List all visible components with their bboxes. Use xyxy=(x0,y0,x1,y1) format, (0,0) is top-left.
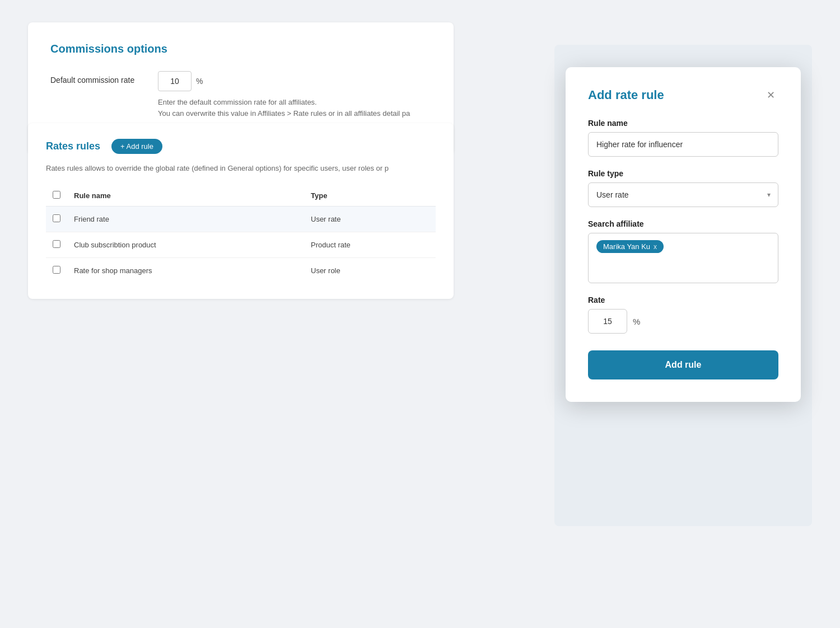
commission-rate-input[interactable] xyxy=(158,71,192,91)
rates-rules-title: Rates rules xyxy=(46,140,100,152)
col-type: Type xyxy=(304,185,436,207)
rule-name-group: Rule name xyxy=(588,119,778,157)
rule-name-cell: Rate for shop managers xyxy=(67,257,304,283)
rate-input[interactable] xyxy=(588,309,627,334)
add-rule-button[interactable]: + Add rule xyxy=(111,139,162,154)
rule-name-cell: Club subscribtion product xyxy=(67,232,304,257)
rule-type-group: Rule type User rate Product rate User ro… xyxy=(588,169,778,207)
rule-name-cell: Friend rate xyxy=(67,206,304,232)
rule-name-input[interactable] xyxy=(588,132,778,157)
search-affiliate-group: Search affiliate Marika Yan Ku x xyxy=(588,219,778,283)
commission-hint: Enter the default commission rate for al… xyxy=(158,97,410,119)
affiliate-tag[interactable]: Marika Yan Ku x xyxy=(596,240,664,253)
affiliate-tag-name: Marika Yan Ku xyxy=(603,242,650,251)
rule-type-cell: Product rate xyxy=(304,232,436,257)
modal-title: Add rate rule xyxy=(588,88,664,102)
select-all-checkbox[interactable] xyxy=(53,191,60,199)
table-row: Club subscribtion product Product rate xyxy=(46,232,436,257)
table-row: Friend rate User rate xyxy=(46,206,436,232)
rates-description: Rates rules allows to override the globa… xyxy=(46,163,436,174)
table-row: Rate for shop managers User role xyxy=(46,257,436,283)
affiliate-search-box[interactable]: Marika Yan Ku x xyxy=(588,233,778,283)
add-rate-rule-modal: Add rate rule ✕ Rule name Rule type User… xyxy=(566,67,801,402)
row-checkbox[interactable] xyxy=(53,266,60,274)
rule-type-cell: User rate xyxy=(304,206,436,232)
rates-rules-section: Rates rules + Add rule Rates rules allow… xyxy=(28,123,454,299)
rule-type-label: Rule type xyxy=(588,169,778,178)
rule-type-cell: User role xyxy=(304,257,436,283)
tag-remove-icon[interactable]: x xyxy=(654,243,657,251)
search-affiliate-label: Search affiliate xyxy=(588,219,778,228)
row-checkbox[interactable] xyxy=(53,214,60,222)
row-checkbox[interactable] xyxy=(53,240,60,248)
commission-percent-symbol: % xyxy=(196,77,203,86)
col-rule-name: Rule name xyxy=(67,185,304,207)
rule-type-select[interactable]: User rate Product rate User role xyxy=(588,182,778,207)
commissions-title: Commissions options xyxy=(50,43,431,55)
add-rule-submit-button[interactable]: Add rule xyxy=(588,350,778,379)
rate-label: Rate xyxy=(588,296,778,304)
commission-rate-label: Default commission rate xyxy=(50,71,140,85)
rules-table: Rule name Type Friend rate User rate Clu… xyxy=(46,185,436,283)
rate-group: Rate % xyxy=(588,296,778,334)
rate-percent-symbol: % xyxy=(633,317,640,326)
rule-name-label: Rule name xyxy=(588,119,778,128)
close-modal-button[interactable]: ✕ xyxy=(763,87,778,103)
